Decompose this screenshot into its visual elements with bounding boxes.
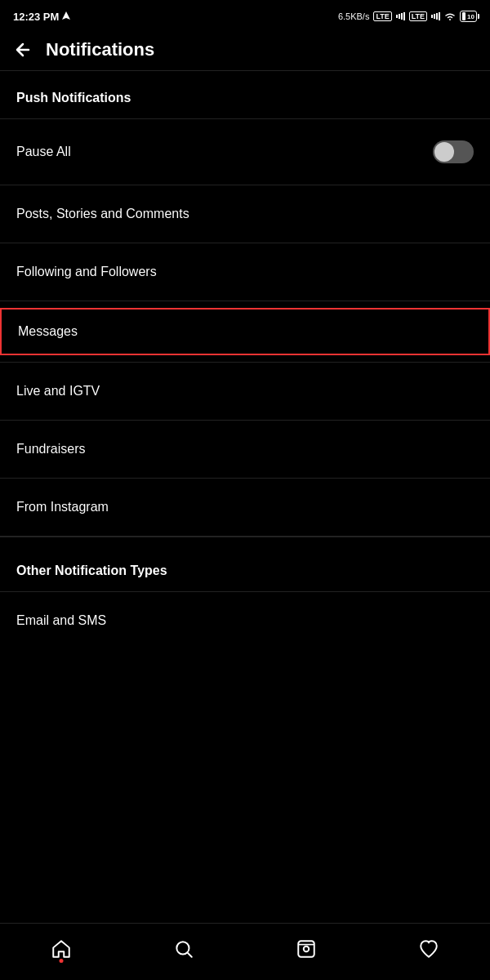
live-igtv-label: Live and IGTV [16,384,100,399]
network-speed: 6.5KB/s [338,11,370,21]
other-notifications-section: Other Notification Types Email and SMS [0,544,490,643]
nav-reels[interactable] [283,932,330,966]
back-button[interactable] [13,40,33,60]
battery-indicator: 10 [460,11,477,22]
other-notifications-label: Other Notification Types [0,544,490,585]
push-notifications-label: Push Notifications [0,71,490,112]
home-dot [60,959,64,963]
divider-1 [0,118,490,119]
posts-stories-item[interactable]: Posts, Stories and Comments [0,192,490,236]
bottom-nav [0,923,490,980]
lte-badge1: LTE [373,11,391,21]
pause-all-label: Pause All [16,145,71,159]
divider-4 [0,301,490,301]
page-title: Notifications [46,39,154,60]
toggle-thumb [434,142,454,162]
nav-heart[interactable] [405,932,452,966]
svg-rect-3 [298,941,314,957]
email-sms-label: Email and SMS [16,613,106,628]
following-followers-item[interactable]: Following and Followers [0,250,490,294]
divider-6 [0,420,490,421]
lte-badge2: LTE [409,11,427,21]
battery-tip [478,14,479,19]
signal-bars-2 [431,11,440,21]
divider-3 [0,243,490,243]
from-instagram-label: From Instagram [16,500,109,514]
wifi-icon [444,12,456,21]
top-nav: Notifications [0,29,490,71]
battery-text: 10 [467,13,474,20]
status-time-section: 12:23 PM [13,11,70,23]
content: Push Notifications Pause All Posts, Stor… [0,71,490,643]
battery-fill [462,12,466,20]
signal-bars-1 [396,11,405,21]
location-icon [62,11,70,21]
following-followers-label: Following and Followers [16,265,157,279]
push-notifications-section: Push Notifications Pause All Posts, Stor… [0,71,490,529]
status-right-section: 6.5KB/s LTE LTE 10 [338,11,477,22]
reels-icon [296,938,317,960]
live-igtv-item[interactable]: Live and IGTV [0,369,490,413]
svg-point-4 [304,946,310,951]
pause-all-item[interactable]: Pause All [0,126,490,178]
divider-5 [0,362,490,363]
heart-icon [418,938,439,960]
divider-8 [0,591,490,592]
email-sms-item[interactable]: Email and SMS [0,599,490,643]
search-icon [173,938,194,960]
divider-2 [0,185,490,185]
from-instagram-item[interactable]: From Instagram [0,485,490,529]
nav-search[interactable] [160,932,207,966]
svg-line-2 [188,952,192,956]
pause-all-toggle[interactable] [433,140,474,163]
status-bar: 12:23 PM 6.5KB/s LTE LTE 10 [0,0,490,29]
back-arrow-icon [13,40,33,60]
section-divider [0,536,490,537]
divider-7 [0,478,490,479]
fundraisers-item[interactable]: Fundraisers [0,427,490,471]
svg-marker-0 [62,11,70,20]
home-icon [51,938,72,960]
messages-item[interactable]: Messages [0,308,490,355]
time-display: 12:23 PM [13,11,59,23]
nav-home[interactable] [38,932,85,966]
posts-stories-label: Posts, Stories and Comments [16,207,189,221]
fundraisers-label: Fundraisers [16,442,85,457]
messages-label: Messages [18,324,78,339]
